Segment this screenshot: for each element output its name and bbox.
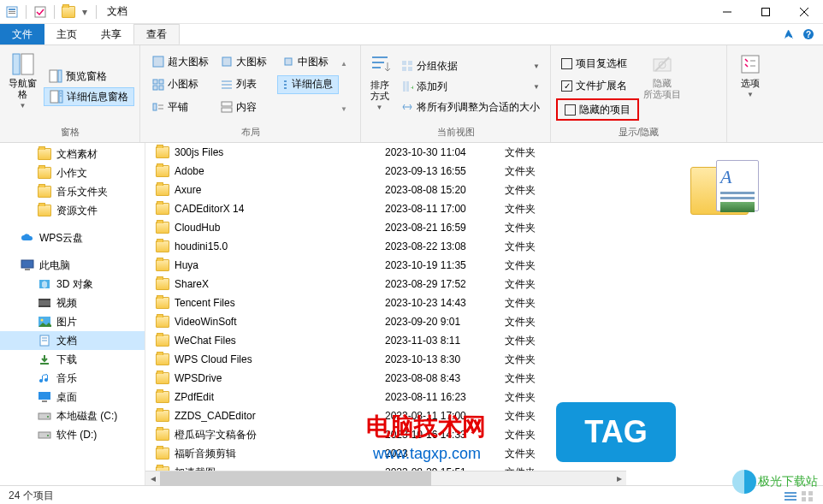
separator — [96, 5, 97, 19]
file-row[interactable]: CADEditorX 142023-08-11 17:00文件夹 — [145, 199, 626, 218]
scroll-right-icon[interactable]: ▸ — [612, 471, 626, 486]
svg-rect-70 — [38, 432, 50, 438]
tree-item[interactable]: 小作文 — [0, 163, 145, 182]
folder-preview-icon: A — [690, 160, 759, 215]
file-row[interactable]: Huya2023-10-19 11:35文件夹 — [145, 256, 626, 275]
layout-tiles[interactable]: 平铺 — [147, 98, 216, 116]
tree-item[interactable]: 音乐文件夹 — [0, 182, 145, 201]
music-icon — [38, 371, 51, 385]
layout-xlarge[interactable]: 超大图标 — [147, 52, 216, 71]
file-row[interactable]: 300js Files2023-10-30 11:04文件夹 — [145, 143, 626, 162]
file-row[interactable]: WPSDrive2023-08-08 8:43文件夹 — [145, 369, 626, 388]
svg-rect-33 — [284, 87, 287, 89]
tree-item[interactable]: 3D 对象 — [0, 275, 145, 294]
file-row[interactable]: 加速截图2023-08-29 15:51文件夹 — [145, 463, 626, 471]
svg-point-71 — [47, 435, 49, 436]
svg-rect-35 — [153, 104, 157, 110]
tree-item[interactable]: 音乐 — [0, 369, 145, 388]
svg-rect-3 — [9, 13, 15, 14]
checkbox-indicator-icon[interactable] — [33, 5, 47, 19]
nav-pane-button[interactable]: 导航窗格 ▼ — [5, 49, 40, 124]
pic-icon — [38, 315, 51, 329]
doc-icon — [38, 334, 51, 347]
svg-rect-45 — [402, 67, 406, 71]
options-button[interactable]: 选项 ▼ — [732, 49, 768, 127]
layout-large[interactable]: 大图标 — [216, 52, 277, 71]
folder-icon — [156, 259, 169, 271]
separator — [54, 5, 55, 19]
folder-icon — [156, 240, 169, 252]
file-row[interactable]: WeChat Files2023-11-03 8:11文件夹 — [145, 331, 626, 350]
svg-rect-39 — [222, 108, 232, 112]
layout-medium[interactable]: 中图标 — [277, 52, 339, 71]
watermark-url: www.tagxp.com — [373, 445, 481, 463]
sort-button[interactable]: 排序方式 ▼ — [366, 49, 393, 124]
layout-scroll-up-icon[interactable]: ▲ — [340, 60, 347, 68]
tree-item[interactable]: 软件 (D:) — [0, 425, 145, 444]
hide-selected-button: 隐藏所选项目 — [642, 49, 682, 124]
tree-wps[interactable]: WPS云盘 — [0, 228, 145, 247]
layout-details[interactable]: 详细信息 — [277, 75, 339, 94]
fit-columns-button[interactable]: 将所有列调整为合适的大小 — [396, 98, 545, 116]
maximize-button[interactable] — [746, 0, 785, 24]
file-row[interactable]: Tencent Files2023-10-23 14:43文件夹 — [145, 294, 626, 312]
tab-view[interactable]: 查看 — [133, 24, 180, 44]
drive-icon — [38, 428, 51, 442]
tree-item[interactable]: 桌面 — [0, 388, 145, 406]
tree-thispc[interactable]: 此电脑 — [0, 256, 145, 275]
layout-list[interactable]: 列表 — [216, 75, 277, 94]
group-label-layout: 布局 — [145, 124, 355, 142]
folder-icon — [38, 166, 51, 180]
svg-rect-13 — [50, 70, 57, 82]
tab-file[interactable]: 文件 — [0, 24, 44, 44]
item-checkboxes-toggle[interactable]: 项目复选框 — [556, 54, 639, 73]
folder-icon — [38, 185, 51, 199]
folder-icon — [156, 184, 169, 196]
tab-share[interactable]: 共享 — [89, 24, 133, 44]
horizontal-scrollbar[interactable]: ◂ ▸ — [145, 471, 626, 485]
scroll-left-icon[interactable]: ◂ — [145, 471, 160, 486]
tree-item[interactable]: 图片 — [0, 312, 145, 331]
file-extensions-toggle[interactable]: 文件扩展名 — [556, 76, 639, 95]
minimize-ribbon-icon[interactable]: ⮝ — [784, 28, 794, 40]
layout-small[interactable]: 小图标 — [147, 75, 216, 94]
scrollbar-thumb[interactable] — [160, 471, 431, 486]
file-row[interactable]: CloudHub2023-08-21 16:59文件夹 — [145, 218, 626, 237]
svg-rect-43 — [402, 61, 406, 65]
tree-item[interactable]: 文档素材 — [0, 145, 145, 163]
tab-home[interactable]: 主页 — [44, 24, 89, 44]
layout-more-icon[interactable]: ▼ — [340, 105, 347, 113]
layout-content[interactable]: 内容 — [216, 98, 277, 116]
folder-icon — [156, 297, 169, 309]
file-row[interactable]: WPS Cloud Files2023-10-13 8:30文件夹 — [145, 350, 626, 369]
hidden-items-toggle[interactable]: 隐藏的项目 — [560, 100, 636, 119]
group-by-button[interactable]: 分组依据▼ — [396, 56, 545, 75]
tree-item[interactable]: 下载 — [0, 350, 145, 369]
svg-rect-12 — [21, 54, 33, 74]
navigation-tree[interactable]: 文档素材小作文音乐文件夹资源文件 WPS云盘 此电脑 3D 对象视频图片文档下载… — [0, 143, 145, 485]
add-columns-button[interactable]: +添加列▼ — [396, 77, 545, 96]
svg-rect-29 — [284, 80, 287, 82]
file-row[interactable]: Adobe2023-09-13 16:55文件夹 — [145, 162, 626, 181]
group-label-view: 当前视图 — [366, 124, 545, 142]
file-row[interactable]: houdini15.02023-08-22 13:08文件夹 — [145, 237, 626, 256]
help-icon[interactable]: ? — [802, 28, 814, 40]
preview-pane-button[interactable]: 预览窗格 — [44, 67, 134, 86]
svg-rect-11 — [13, 54, 20, 74]
svg-rect-2 — [9, 11, 15, 12]
tree-item[interactable]: 资源文件 — [0, 201, 145, 220]
minimize-button[interactable] — [708, 0, 746, 24]
details-pane-button[interactable]: 详细信息窗格 — [44, 87, 134, 106]
file-row[interactable]: VideoWinSoft2023-09-20 9:01文件夹 — [145, 312, 626, 331]
tree-item[interactable]: 本地磁盘 (C:) — [0, 406, 145, 425]
svg-rect-22 — [153, 80, 157, 84]
dropdown-icon[interactable]: ▾ — [80, 5, 89, 19]
tree-item[interactable]: 文档 — [0, 331, 145, 350]
file-row[interactable]: Axure2023-08-08 15:20文件夹 — [145, 181, 626, 199]
tree-item[interactable]: 视频 — [0, 294, 145, 312]
close-button[interactable] — [785, 0, 823, 24]
file-row[interactable]: ShareX2023-08-29 17:52文件夹 — [145, 275, 626, 294]
svg-rect-4 — [35, 7, 45, 17]
watermark-logo: 极光下载站 — [732, 470, 818, 494]
file-row[interactable]: ZPdfEdit2023-08-11 16:23文件夹 — [145, 388, 626, 406]
